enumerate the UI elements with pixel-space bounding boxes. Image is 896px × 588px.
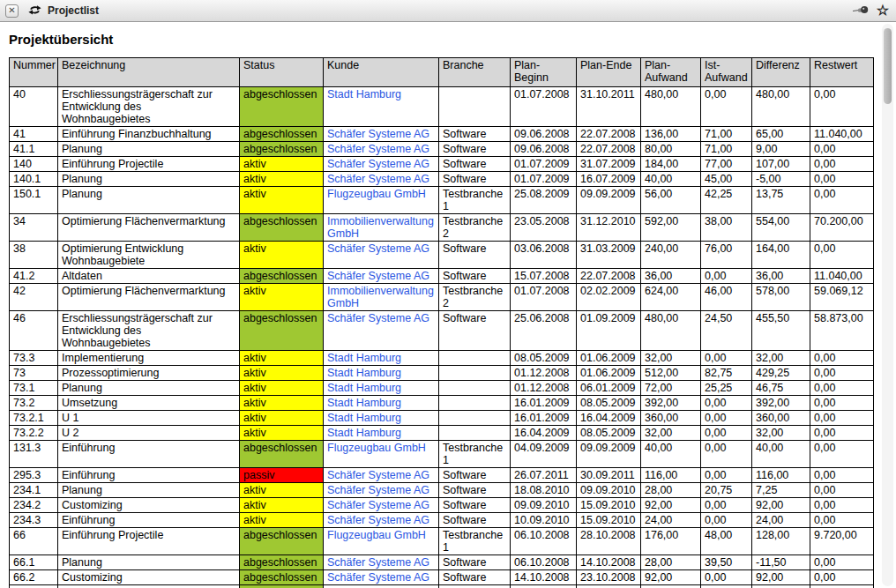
kunde-link[interactable]: Schäfer Systeme AG (327, 173, 429, 185)
cell-restwert: 0,00 (810, 172, 874, 187)
column-header-status[interactable]: Status (240, 58, 324, 87)
table-row: 41.2AltdatenabgeschlossenSchäfer Systeme… (10, 269, 874, 284)
cell-bezeichnung: Planung (58, 172, 240, 187)
cell-branche: Software (439, 157, 511, 172)
cell-ist_aufwand: 0,00 (701, 426, 752, 441)
cell-restwert: 11.040,00 (810, 269, 874, 284)
status-badge: aktiv (240, 513, 324, 528)
cell-branche: Testbranche 2 (439, 284, 511, 311)
cell-plan_aufwand: 92,00 (641, 498, 701, 513)
cell-plan_ende: 01.06.2009 (577, 351, 641, 366)
cell-plan_ende: 08.05.2009 (577, 426, 641, 441)
kunde-link[interactable]: Schäfer Systeme AG (327, 469, 429, 481)
cell-nummer: 66.1 (10, 555, 58, 570)
kunde-link[interactable]: Schäfer Systeme AG (327, 499, 429, 511)
cell-kunde: Schäfer Systeme AG (324, 172, 439, 187)
favorite-star-icon[interactable]: ☆ (877, 4, 889, 18)
kunde-link[interactable]: Stadt Hamburg (327, 427, 401, 439)
scrollbar-thumb[interactable] (884, 28, 892, 104)
cell-restwert: 0,00 (810, 187, 874, 214)
cell-restwert: 0,00 (810, 570, 874, 585)
cell-kunde: Schäfer Systeme AG (324, 585, 439, 588)
table-row: 73.3ImplementierungaktivStadt Hamburg08.… (10, 351, 874, 366)
cell-plan_beginn: 03.06.2008 (511, 242, 577, 269)
kunde-link[interactable]: Flugzeugbau GmbH (327, 442, 426, 454)
kunde-link[interactable]: Stadt Hamburg (327, 397, 401, 409)
column-header-ist_aufwand[interactable]: Ist- Aufwand (701, 58, 752, 87)
kunde-link[interactable]: Schäfer Systeme AG (327, 128, 429, 140)
kunde-link[interactable]: Stadt Hamburg (327, 382, 401, 394)
column-header-plan_beginn[interactable]: Plan- Beginn (511, 58, 577, 87)
kunde-link[interactable]: Flugzeugbau GmbH (327, 188, 426, 200)
kunde-link[interactable]: Immobilienverwaltung GmbH (327, 215, 434, 240)
column-header-restwert[interactable]: Restwert (810, 58, 874, 87)
kunde-link[interactable]: Schäfer Systeme AG (327, 312, 429, 324)
kunde-link[interactable]: Schäfer Systeme AG (327, 556, 429, 569)
cell-ist_aufwand: 0,00 (701, 498, 752, 513)
kunde-link[interactable]: Schäfer Systeme AG (327, 158, 429, 170)
column-header-differenz[interactable]: Differenz (752, 58, 810, 87)
kunde-link[interactable]: Schäfer Systeme AG (327, 143, 429, 155)
vertical-scrollbar[interactable] (882, 24, 893, 586)
kunde-link[interactable]: Stadt Hamburg (327, 367, 401, 379)
status-badge: aktiv (240, 351, 324, 366)
column-header-plan_ende[interactable]: Plan-Ende (577, 58, 641, 87)
status-badge: aktiv (240, 483, 324, 498)
status-badge: abgeschlossen (240, 311, 324, 351)
cell-ist_aufwand: 82,75 (701, 366, 752, 381)
kunde-link[interactable]: Schäfer Systeme AG (327, 514, 429, 526)
cell-differenz: 46,75 (752, 381, 810, 396)
kunde-link[interactable]: Stadt Hamburg (327, 412, 401, 424)
cell-kunde: Schäfer Systeme AG (324, 555, 439, 570)
status-badge: abgeschlossen (240, 87, 324, 127)
status-badge: aktiv (240, 381, 324, 396)
kunde-link[interactable]: Immobilienverwaltung GmbH (327, 285, 434, 309)
cell-plan_aufwand: 80,00 (641, 142, 701, 157)
cell-branche: Software (439, 570, 511, 585)
cell-differenz: 9,00 (752, 142, 810, 157)
table-row: 41Einführung Finanzbuchhaltungabgeschlos… (10, 127, 874, 142)
status-badge: aktiv (240, 498, 324, 513)
cell-kunde: Schäfer Systeme AG (324, 157, 439, 172)
cell-branche (439, 366, 511, 381)
column-header-bezeichnung[interactable]: Bezeichnung (58, 58, 240, 87)
column-header-plan_aufwand[interactable]: Plan- Aufwand (641, 58, 701, 87)
pin-icon[interactable] (853, 3, 869, 19)
cell-ist_aufwand: 0,00 (701, 468, 752, 483)
cell-bezeichnung: Einführung Projectile (58, 157, 240, 172)
cell-differenz: 24,00 (752, 513, 810, 528)
column-header-branche[interactable]: Branche (439, 58, 511, 87)
status-badge: aktiv (240, 187, 324, 214)
cell-restwert: 59.069,12 (810, 284, 874, 311)
cell-differenz: 7,25 (752, 483, 810, 498)
status-badge: abgeschlossen (240, 214, 324, 242)
column-header-kunde[interactable]: Kunde (324, 58, 439, 87)
cell-differenz: 24,00 (752, 585, 810, 588)
cell-ist_aufwand: 0,00 (701, 513, 752, 528)
cell-ist_aufwand: 0,00 (701, 585, 752, 588)
cell-plan_beginn: 25.06.2008 (511, 311, 577, 351)
table-row: 42Optimierung FlächenvermarktungaktivImm… (10, 284, 874, 311)
cell-plan_beginn: 10.09.2010 (511, 513, 577, 528)
cell-bezeichnung: Planung (58, 555, 240, 570)
column-header-nummer[interactable]: Nummer (10, 58, 58, 87)
cell-kunde: Flugzeugbau GmbH (324, 441, 439, 468)
cell-restwert: 0,00 (810, 498, 874, 513)
kunde-link[interactable]: Schäfer Systeme AG (327, 484, 429, 496)
cell-bezeichnung: Erschliessungsträgerschaft zur Entwicklu… (58, 311, 240, 351)
kunde-link[interactable]: Schäfer Systeme AG (327, 242, 429, 255)
kunde-link[interactable]: Stadt Hamburg (327, 352, 401, 364)
kunde-link[interactable]: Stadt Hamburg (327, 88, 401, 100)
cell-nummer: 34 (10, 214, 58, 242)
table-row: 234.1PlanungaktivSchäfer Systeme AGSoftw… (10, 483, 874, 498)
cell-restwert: 0,00 (810, 242, 874, 269)
cell-plan_beginn: 08.05.2009 (511, 351, 577, 366)
kunde-link[interactable]: Schäfer Systeme AG (327, 571, 429, 584)
cell-nummer: 140.1 (10, 172, 58, 187)
cell-ist_aufwand: 0,00 (701, 570, 752, 585)
close-tab-button[interactable]: ✕ (5, 4, 19, 18)
cell-plan_aufwand: 116,00 (641, 468, 701, 483)
kunde-link[interactable]: Flugzeugbau GmbH (327, 529, 426, 541)
cell-branche (439, 396, 511, 411)
kunde-link[interactable]: Schäfer Systeme AG (327, 270, 429, 282)
